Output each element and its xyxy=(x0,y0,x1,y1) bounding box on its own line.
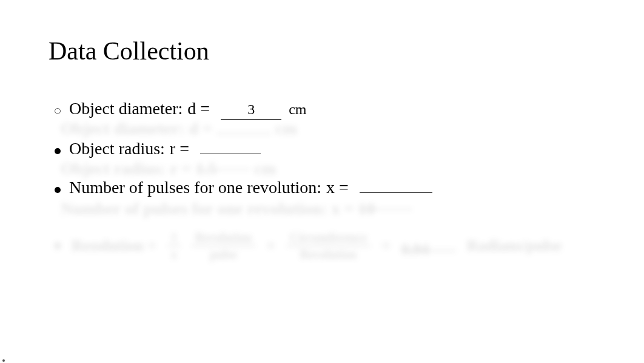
fraction-1: 1 x xyxy=(167,231,181,261)
diameter-label: Object diameter: xyxy=(69,99,183,118)
pulses-label: Number of pulses for one revolution: xyxy=(69,178,321,197)
corner-dot-icon xyxy=(2,359,5,362)
item-diameter: Object diameter: d = 3 cm xyxy=(55,99,595,120)
resolution-equation-blur: Resolution = 1 x Revolution pulse × Circ… xyxy=(55,231,608,261)
resolution-value-blank: 0.94 xyxy=(401,240,456,251)
slide-container: Data Collection Object diameter: d = cm … xyxy=(0,0,644,363)
diameter-unit: cm xyxy=(289,101,306,118)
bullet-filled-circle-icon xyxy=(55,243,61,249)
data-list: Object diameter: d = 3 cm Object radius:… xyxy=(49,99,595,197)
shadow-line-3: Number of pulses for one revolution: x =… xyxy=(0,199,644,219)
pulses-value xyxy=(360,191,432,193)
radius-label: Object radius: xyxy=(69,139,165,158)
fraction-2: Revolution pulse xyxy=(192,231,255,261)
bullet-filled-circle-icon xyxy=(55,148,61,154)
resolution-label: Resolution = xyxy=(72,237,156,255)
item-radius: Object radius: r = xyxy=(55,139,595,158)
radius-value xyxy=(200,152,261,154)
item-pulses: Number of pulses for one revolution: x = xyxy=(55,178,595,197)
diameter-value: 3 xyxy=(221,101,281,120)
radius-var: r = xyxy=(170,139,189,158)
bullet-open-circle-icon xyxy=(55,108,61,114)
resolution-unit: Radians/pulse xyxy=(467,237,562,255)
diameter-var: d = xyxy=(187,99,210,118)
bullet-filled-circle-icon xyxy=(55,187,61,193)
pulses-var: x = xyxy=(326,178,349,197)
page-title: Data Collection xyxy=(49,36,595,66)
fraction-3: Circumference Revolution xyxy=(286,231,371,261)
